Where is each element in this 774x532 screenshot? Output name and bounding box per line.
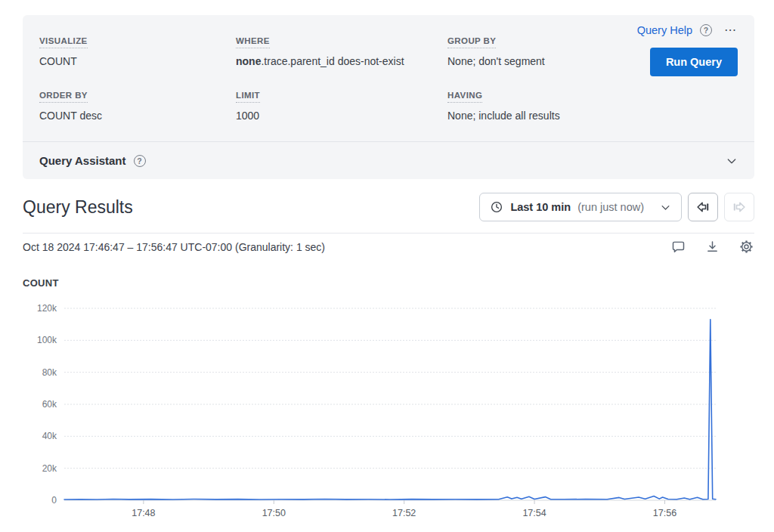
y-tick-label: 0 <box>51 495 57 506</box>
clause-order-by[interactable]: ORDER BY COUNT desc <box>39 88 236 122</box>
query-assistant-left: Query Assistant ? <box>39 154 146 167</box>
limit-value[interactable]: 1000 <box>236 110 447 122</box>
download-icon[interactable] <box>704 239 720 255</box>
x-tick-label: 17:56 <box>653 508 676 518</box>
assistant-help-icon[interactable]: ? <box>134 155 146 167</box>
y-tick-label: 80k <box>42 367 57 378</box>
results-title: Query Results <box>23 197 133 218</box>
having-label: HAVING <box>447 91 482 103</box>
x-tick-label: 17:54 <box>522 508 546 518</box>
count-chart-svg: 020k40k60k80k100k120k17:4817:5017:5217:5… <box>14 293 763 529</box>
query-clause-grid: VISUALIZE COUNT WHERE none.trace.parent_… <box>39 33 738 122</box>
clause-where[interactable]: WHERE none.trace.parent_id does-not-exis… <box>236 33 447 67</box>
query-assistant-title: Query Assistant <box>39 154 126 167</box>
visualize-label: VISUALIZE <box>39 36 88 48</box>
results-meta-icons <box>670 239 754 255</box>
arrow-right-bar-icon <box>731 199 748 215</box>
time-range-suffix: (run just now) <box>577 201 644 213</box>
query-builder-card: VISUALIZE COUNT WHERE none.trace.parent_… <box>23 15 754 179</box>
chart-title: COUNT <box>23 277 59 289</box>
help-icon[interactable]: ? <box>700 24 712 36</box>
where-label: WHERE <box>236 36 270 48</box>
time-range-label: Last 10 min <box>510 201 571 213</box>
date-range-text: Oct 18 2024 17:46:47 – 17:56:47 UTC-07:0… <box>23 241 325 253</box>
limit-label: LIMIT <box>236 91 260 103</box>
x-tick-label: 17:48 <box>132 508 155 518</box>
query-assistant-bar[interactable]: Query Assistant ? <box>23 141 754 179</box>
previous-query-button[interactable] <box>688 193 718 221</box>
results-header-controls: Last 10 min (run just now) <box>479 193 754 221</box>
where-value-column: none <box>236 55 261 67</box>
order-by-label: ORDER BY <box>39 91 88 103</box>
clause-having[interactable]: HAVING None; include all results <box>447 88 738 122</box>
chevron-down-icon[interactable] <box>726 155 738 167</box>
clause-visualize[interactable]: VISUALIZE COUNT <box>39 33 236 67</box>
where-value-operator: .trace.parent_id does-not-exist <box>261 55 404 67</box>
group-by-label: GROUP BY <box>447 36 496 48</box>
chevron-down-icon <box>660 202 671 213</box>
results-header: Query Results Last 10 min (run just now) <box>23 193 754 234</box>
comment-icon[interactable] <box>670 239 686 255</box>
having-value[interactable]: None; include all results <box>447 110 738 122</box>
overflow-menu-icon[interactable]: ⋯ <box>724 23 738 37</box>
query-builder: VISUALIZE COUNT WHERE none.trace.parent_… <box>23 15 754 141</box>
x-tick-label: 17:52 <box>392 508 416 518</box>
y-tick-label: 120k <box>37 303 57 314</box>
query-actions: Query Help ? ⋯ Run Query <box>637 23 738 76</box>
y-tick-label: 100k <box>37 335 57 345</box>
count-chart[interactable]: 020k40k60k80k100k120k17:4817:5017:5217:5… <box>14 293 763 532</box>
next-query-button[interactable] <box>724 193 754 221</box>
query-help-link[interactable]: Query Help <box>637 24 692 36</box>
run-query-button[interactable]: Run Query <box>650 48 738 76</box>
where-value[interactable]: none.trace.parent_id does-not-exist <box>236 55 447 67</box>
time-range-dropdown[interactable]: Last 10 min (run just now) <box>479 193 682 221</box>
y-tick-label: 40k <box>42 431 57 441</box>
y-tick-label: 20k <box>42 463 57 474</box>
clock-icon <box>490 200 503 214</box>
count-series-line <box>64 320 716 500</box>
settings-gear-icon[interactable] <box>738 239 754 255</box>
y-tick-label: 60k <box>42 399 57 410</box>
order-by-value[interactable]: COUNT desc <box>39 110 236 122</box>
query-help-row: Query Help ? ⋯ <box>637 23 738 37</box>
visualize-value[interactable]: COUNT <box>39 55 236 67</box>
clause-limit[interactable]: LIMIT 1000 <box>236 88 447 122</box>
x-tick-label: 17:50 <box>262 508 286 518</box>
arrow-left-bar-icon <box>695 199 711 215</box>
results-meta-row: Oct 18 2024 17:46:47 – 17:56:47 UTC-07:0… <box>23 239 754 255</box>
